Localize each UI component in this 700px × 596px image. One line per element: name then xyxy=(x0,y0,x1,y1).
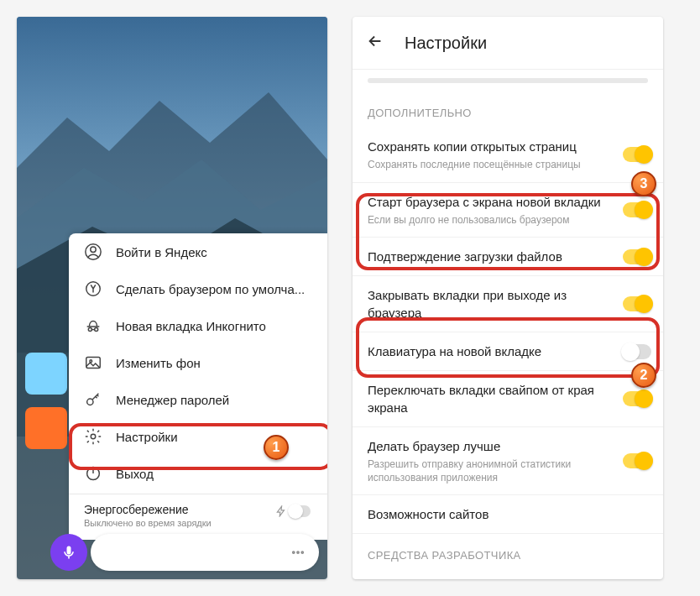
toggle-switch[interactable] xyxy=(623,391,651,406)
menu-change-background[interactable]: Изменить фон xyxy=(69,344,327,381)
svg-point-8 xyxy=(87,399,93,405)
menu-label: Настройки xyxy=(116,430,178,444)
toggle-switch[interactable] xyxy=(623,147,651,162)
svg-rect-10 xyxy=(67,546,71,555)
svg-point-9 xyxy=(91,434,96,439)
gear-icon xyxy=(84,427,102,446)
toggle-switch[interactable] xyxy=(623,249,651,264)
scroll-indicator xyxy=(368,78,648,83)
setting-title: Возможности сайтов xyxy=(368,505,648,523)
power-icon xyxy=(84,464,102,483)
setting-keyboard-newtab[interactable]: Клавиатура на новой вкладке xyxy=(353,332,663,371)
menu-password-manager[interactable]: Менеджер паролей xyxy=(69,381,327,418)
settings-screen: Настройки ДОПОЛНИТЕЛЬНО Сохранять копии … xyxy=(353,17,663,579)
section-additional: ДОПОЛНИТЕЛЬНО xyxy=(353,91,663,128)
menu-label: Сделать браузером по умолча... xyxy=(116,282,305,296)
microphone-icon xyxy=(60,544,77,561)
bg-quick-tile xyxy=(25,353,67,395)
voice-search-button[interactable] xyxy=(50,534,87,571)
menu-label: Новая вкладка Инкогнито xyxy=(116,319,266,333)
setting-improve-browser[interactable]: Делать браузер лучше Разрешить отправку … xyxy=(353,427,663,495)
menu-dots-icon xyxy=(290,545,306,560)
menu-label: Изменить фон xyxy=(116,356,201,370)
setting-swipe-tabs[interactable]: Переключать вкладки свайпом от края экра… xyxy=(353,371,663,427)
annotation-badge-2: 2 xyxy=(631,363,656,388)
user-icon xyxy=(84,243,102,261)
svg-point-2 xyxy=(91,247,96,252)
incognito-icon xyxy=(84,316,102,335)
setting-subtitle: Сохранять последние посещённые страницы xyxy=(368,159,648,172)
toggle-switch[interactable] xyxy=(623,296,651,311)
annotation-badge-3: 3 xyxy=(631,171,656,196)
setting-subtitle: Если вы долго не пользовались браузером xyxy=(368,214,648,227)
menu-default-browser[interactable]: Сделать браузером по умолча... xyxy=(69,270,327,307)
setting-site-features[interactable]: Возможности сайтов xyxy=(353,495,663,534)
settings-header: Настройки xyxy=(353,17,663,70)
setting-title: Клавиатура на новой вкладке xyxy=(368,342,648,360)
back-button[interactable] xyxy=(366,32,384,54)
toggle-switch[interactable] xyxy=(623,453,651,468)
svg-point-11 xyxy=(293,552,295,553)
setting-subtitle: Разрешить отправку анонимной статистики … xyxy=(368,458,648,484)
toggle-switch[interactable] xyxy=(623,344,651,359)
bg-quick-tile xyxy=(25,407,67,449)
menu-login[interactable]: Войти в Яндекс xyxy=(69,233,327,270)
setting-title: Закрывать вкладки при выходе из браузера xyxy=(368,286,648,322)
browser-menu-screen: Войти в Яндекс Сделать браузером по умол… xyxy=(17,17,327,579)
energy-toggle[interactable] xyxy=(275,503,312,520)
section-developer: СРЕДСТВА РАЗРАБОТЧИКА xyxy=(353,534,663,570)
svg-point-12 xyxy=(297,552,299,553)
annotation-badge-1: 1 xyxy=(264,435,289,460)
toggle-switch[interactable] xyxy=(623,202,651,217)
menu-incognito[interactable]: Новая вкладка Инкогнито xyxy=(69,307,327,344)
setting-close-on-exit[interactable]: Закрывать вкладки при выходе из браузера xyxy=(353,276,663,332)
menu-label: Войти в Яндекс xyxy=(116,245,207,259)
setting-download-confirm[interactable]: Подтверждение загрузки файлов xyxy=(353,238,663,276)
menu-exit[interactable]: Выход xyxy=(69,455,327,492)
setting-title: Сохранять копии открытых страниц xyxy=(368,138,648,155)
svg-point-4 xyxy=(88,328,91,332)
browser-menu: Войти в Яндекс Сделать браузером по умол… xyxy=(69,233,327,540)
setting-title: Старт браузера с экрана новой вкладки xyxy=(368,193,648,211)
bolt-icon xyxy=(275,505,287,517)
yandex-icon xyxy=(84,280,102,298)
setting-title: Делать браузер лучше xyxy=(368,437,648,455)
setting-start-newtab[interactable]: Старт браузера с экрана новой вкладки Ес… xyxy=(353,183,663,238)
svg-point-13 xyxy=(301,552,303,553)
setting-save-copies[interactable]: Сохранять копии открытых страниц Сохраня… xyxy=(353,128,663,183)
divider xyxy=(69,494,327,494)
menu-label: Выход xyxy=(116,467,154,481)
setting-title: Переключать вкладки свайпом от края экра… xyxy=(368,381,648,416)
address-bar[interactable] xyxy=(91,534,319,571)
svg-point-5 xyxy=(95,328,98,332)
key-icon xyxy=(84,390,102,409)
menu-label: Менеджер паролей xyxy=(116,393,229,407)
arrow-left-icon xyxy=(366,32,384,50)
page-title: Настройки xyxy=(405,34,487,53)
image-icon xyxy=(84,353,102,372)
setting-title: Подтверждение загрузки файлов xyxy=(368,248,648,265)
